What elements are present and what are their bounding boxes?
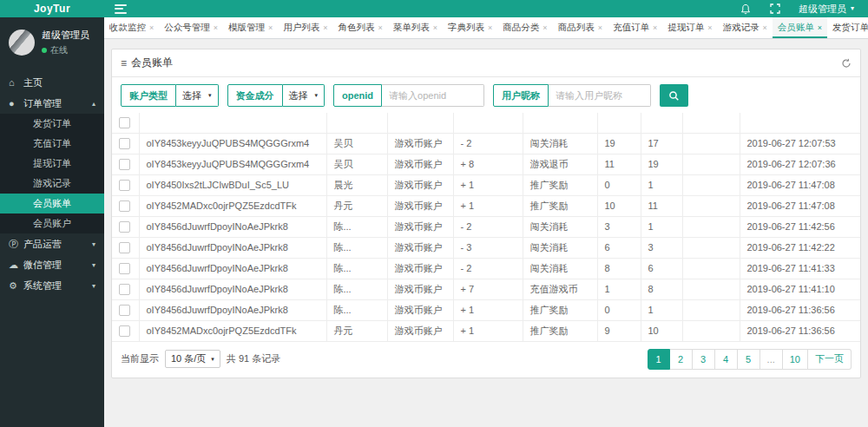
sidebar-item[interactable]: 充值订单	[0, 134, 104, 154]
row-checkbox[interactable]	[119, 305, 130, 316]
pagination: 1 2 3 4 5 ... 10 下一页	[648, 349, 852, 370]
page-button[interactable]: 2	[670, 349, 693, 370]
column-header	[453, 113, 523, 133]
user-menu-label: 超级管理员	[799, 3, 846, 16]
page-size-select[interactable]: 10 条/页 ▾	[165, 350, 220, 368]
cell-description	[682, 154, 740, 174]
sidebar-toggle-icon[interactable]	[115, 4, 127, 14]
tab-close-icon[interactable]: ×	[433, 23, 437, 32]
sidebar-item[interactable]: ⌂ 主页	[0, 72, 104, 93]
row-checkbox[interactable]	[119, 180, 130, 191]
fund-component-label: 资金成分	[227, 84, 283, 107]
cell-description	[682, 216, 740, 237]
bell-icon[interactable]	[740, 3, 752, 15]
tab-label: 会员账单	[778, 22, 814, 34]
row-checkbox-cell	[112, 195, 139, 216]
avatar[interactable]	[9, 30, 35, 56]
sidebar-item[interactable]: ⚙ 系统管理 ▾	[0, 275, 104, 296]
table-body: oIY8453keyyJuQPUBS4MQGGGrxm4 吴贝 游戏币账户 - …	[112, 133, 860, 341]
nickname-input[interactable]	[549, 84, 651, 107]
tab-label: 发货订单	[832, 22, 868, 34]
row-checkbox[interactable]	[119, 325, 130, 337]
tab-close-icon[interactable]: ×	[598, 23, 602, 32]
filter-nickname: 用户昵称	[493, 84, 651, 107]
tab-close-icon[interactable]: ×	[707, 23, 712, 32]
tab-close-icon[interactable]: ×	[653, 23, 657, 32]
tab-close-icon[interactable]: ×	[268, 23, 273, 32]
sidebar-item[interactable]: 发货订单	[0, 114, 104, 134]
sidebar-item[interactable]: 会员账户	[0, 214, 104, 233]
sidebar-item[interactable]: ☁ 微信管理 ▾	[0, 254, 104, 275]
tab[interactable]: 角色列表 ×	[333, 17, 388, 38]
tab-close-icon[interactable]: ×	[488, 23, 492, 32]
tab-close-icon[interactable]: ×	[542, 23, 547, 32]
user-menu[interactable]: 超级管理员 ▾	[799, 3, 854, 16]
sidebar-item[interactable]: 游戏记录	[0, 174, 104, 194]
row-checkbox-cell	[112, 154, 139, 174]
sidebar-item-label: 主页	[23, 76, 43, 89]
page-button[interactable]: 10	[783, 349, 808, 370]
cell-amount: + 1	[453, 320, 523, 341]
tab[interactable]: 收款监控 ×	[104, 17, 159, 38]
fund-component-select[interactable]: 选择 ▾	[283, 84, 326, 107]
tab[interactable]: 会员账单 ×	[773, 17, 827, 38]
tab[interactable]: 字典列表 ×	[443, 17, 497, 38]
page-button[interactable]: 4	[715, 349, 738, 370]
tab-close-icon[interactable]: ×	[818, 23, 822, 32]
tab-close-icon[interactable]: ×	[378, 23, 383, 32]
tab-close-icon[interactable]: ×	[214, 23, 218, 32]
page-button[interactable]: 下一页	[808, 349, 852, 370]
fund-component-value: 选择	[289, 89, 308, 102]
cell-after: 17	[641, 133, 682, 154]
tab[interactable]: 游戏记录 ×	[717, 17, 772, 38]
tab[interactable]: 充值订单 ×	[608, 17, 662, 38]
cell-description	[682, 279, 740, 299]
search-button[interactable]	[660, 84, 688, 107]
sidebar-item[interactable]: Ⓟ 产品运营 ▾	[0, 233, 104, 254]
cell-account-type: 游戏币账户	[387, 299, 453, 320]
account-type-select[interactable]: 选择 ▾	[176, 84, 219, 107]
row-checkbox[interactable]	[119, 221, 130, 233]
cell-before: 10	[597, 195, 641, 216]
row-checkbox[interactable]	[119, 284, 130, 295]
cell-before: 19	[597, 133, 641, 154]
sidebar-item-label: 游戏记录	[33, 177, 71, 190]
fullscreen-icon[interactable]	[769, 3, 781, 15]
tab[interactable]: 公众号管理 ×	[159, 17, 223, 38]
tab[interactable]: 提现订单 ×	[662, 17, 717, 38]
tab[interactable]: 发货订单 ×	[827, 17, 868, 38]
cell-nickname: 陈...	[326, 237, 387, 258]
tab[interactable]: 商品分类 ×	[497, 17, 552, 38]
tab-label: 公众号管理	[164, 22, 210, 34]
page-button[interactable]: 3	[693, 349, 715, 370]
row-checkbox-cell	[112, 133, 139, 154]
row-checkbox[interactable]	[119, 242, 130, 253]
sidebar-item[interactable]: 会员账单	[0, 194, 104, 214]
tab[interactable]: 用户列表 ×	[278, 17, 332, 38]
tab[interactable]: 模版管理 ×	[223, 17, 278, 38]
sidebar-item[interactable]: 提现订单	[0, 154, 104, 174]
tab-close-icon[interactable]: ×	[323, 23, 327, 32]
tab-close-icon[interactable]: ×	[149, 23, 154, 32]
openid-input[interactable]	[382, 84, 484, 107]
row-checkbox[interactable]	[119, 263, 130, 274]
page-button[interactable]: 1	[648, 349, 670, 370]
row-checkbox[interactable]	[119, 159, 130, 170]
page-button[interactable]: ...	[760, 349, 783, 370]
sidebar-item-label: 会员账单	[33, 197, 71, 210]
sidebar-item[interactable]: ● 订单管理 ▴	[0, 93, 104, 114]
row-checkbox[interactable]	[119, 138, 130, 149]
page-button[interactable]: 5	[738, 349, 760, 370]
tab-close-icon[interactable]: ×	[762, 23, 766, 32]
cell-after: 3	[641, 237, 682, 258]
cell-before: 0	[597, 174, 641, 195]
tab[interactable]: 菜单列表 ×	[388, 17, 443, 38]
tab[interactable]: 商品列表 ×	[553, 17, 608, 38]
cell-fund-component: 推广奖励	[523, 299, 597, 320]
panel-header: ≡ 会员账单	[112, 49, 860, 77]
cell-fund-component: 推广奖励	[523, 174, 597, 195]
row-checkbox[interactable]	[119, 200, 130, 212]
cell-nickname: 陈...	[326, 279, 387, 299]
select-all-checkbox[interactable]	[119, 117, 130, 128]
refresh-icon[interactable]	[841, 58, 852, 69]
